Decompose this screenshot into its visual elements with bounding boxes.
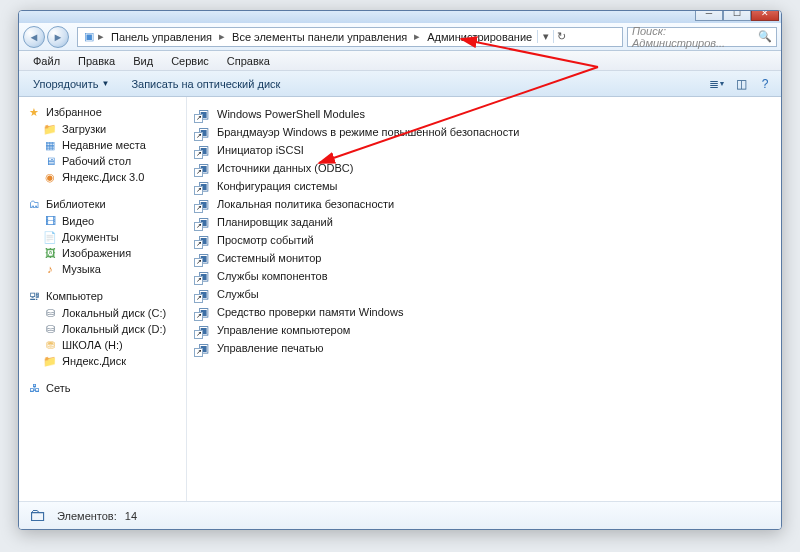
breadcrumb[interactable]: ▣ ▸ Панель управления ▸ Все элементы пан… (77, 27, 623, 47)
desktop-icon: 🖥 (43, 154, 57, 168)
computer-icon: ▣ (82, 30, 96, 44)
list-item[interactable]: ▣Планировщик заданий (193, 213, 775, 231)
list-item[interactable]: ▣Средство проверки памяти Windows (193, 303, 775, 321)
help-button[interactable]: ? (755, 75, 775, 93)
sidebar-network-header[interactable]: 🖧 Сеть (23, 379, 182, 397)
status-bar: 🗀 Элементов: 14 (19, 501, 781, 529)
maximize-button[interactable]: ☐ (723, 10, 751, 21)
sidebar-favorites-label: Избранное (46, 106, 102, 118)
shortcut-icon: ▣ (195, 178, 211, 194)
shortcut-icon: ▣ (195, 268, 211, 284)
sidebar-item-pictures[interactable]: 🖼Изображения (23, 245, 182, 261)
close-button[interactable]: ✕ (751, 10, 779, 21)
sidebar-item-disk-d[interactable]: ⛁Локальный диск (D:) (23, 321, 182, 337)
shortcut-icon: ▣ (195, 160, 211, 176)
list-item[interactable]: ▣Брандмауэр Windows в режиме повышенной … (193, 123, 775, 141)
search-icon: 🔍 (758, 30, 772, 43)
list-item-label: Планировщик заданий (217, 216, 333, 228)
document-icon: 📄 (43, 230, 57, 244)
shortcut-icon: ▣ (195, 304, 211, 320)
breadcrumb-seg-3[interactable]: Администрирование (422, 31, 537, 43)
list-item-label: Брандмауэр Windows в режиме повышенной б… (217, 126, 519, 138)
list-item-label: Просмотр событий (217, 234, 314, 246)
menu-service[interactable]: Сервис (163, 53, 217, 69)
folder-icon: 🗀 (27, 505, 49, 527)
minimize-button[interactable]: ─ (695, 10, 723, 21)
menu-view[interactable]: Вид (125, 53, 161, 69)
sidebar-libraries-label: Библиотеки (46, 198, 106, 210)
sidebar-libraries-header[interactable]: 🗂 Библиотеки (23, 195, 182, 213)
sidebar-item-label: Музыка (62, 263, 101, 275)
view-options-button[interactable]: ≣ ▼ (707, 75, 727, 93)
list-item[interactable]: ▣Инициатор iSCSI (193, 141, 775, 159)
list-item-label: Системный монитор (217, 252, 321, 264)
sidebar-item-recent[interactable]: ▦Недавние места (23, 137, 182, 153)
burn-button[interactable]: Записать на оптический диск (123, 75, 288, 93)
network-icon: 🖧 (27, 381, 41, 395)
sidebar-item-label: Видео (62, 215, 94, 227)
breadcrumb-seg-1[interactable]: Панель управления (106, 31, 217, 43)
list-item-label: Конфигурация системы (217, 180, 338, 192)
sidebar-item-label: Загрузки (62, 123, 106, 135)
sidebar-libraries: 🗂 Библиотеки 🎞Видео 📄Документы 🖼Изображе… (23, 195, 182, 277)
yandex-icon: ◉ (43, 170, 57, 184)
shortcut-icon: ▣ (195, 286, 211, 302)
refresh-button[interactable]: ↻ (553, 30, 569, 43)
menu-edit[interactable]: Правка (70, 53, 123, 69)
nav-forward-button[interactable]: ► (47, 26, 69, 48)
list-item[interactable]: ▣Источники данных (ODBC) (193, 159, 775, 177)
sidebar-item-yandex3[interactable]: ◉Яндекс.Диск 3.0 (23, 169, 182, 185)
shortcut-icon: ▣ (195, 322, 211, 338)
sidebar-item-music[interactable]: ♪Музыка (23, 261, 182, 277)
file-list: ▣Windows PowerShell Modules ▣Брандмауэр … (187, 97, 781, 501)
sidebar-item-videos[interactable]: 🎞Видео (23, 213, 182, 229)
nav-buttons: ◄ ► (23, 26, 69, 48)
address-bar: ◄ ► ▣ ▸ Панель управления ▸ Все элементы… (19, 23, 781, 51)
list-item[interactable]: ▣Службы компонентов (193, 267, 775, 285)
list-item[interactable]: ▣Управление компьютером (193, 321, 775, 339)
explorer-window: ─ ☐ ✕ ◄ ► ▣ ▸ Панель управления ▸ Все эл… (18, 10, 782, 530)
sidebar-item-yandex[interactable]: 📁Яндекс.Диск (23, 353, 182, 369)
sidebar-computer-header[interactable]: 🖳 Компьютер (23, 287, 182, 305)
sidebar-item-label: Рабочий стол (62, 155, 131, 167)
sidebar-item-disk-c[interactable]: ⛁Локальный диск (C:) (23, 305, 182, 321)
sidebar-item-label: Документы (62, 231, 119, 243)
breadcrumb-dropdown[interactable]: ▾ (537, 30, 553, 43)
list-item[interactable]: ▣Управление печатью (193, 339, 775, 357)
status-label: Элементов: (57, 510, 117, 522)
preview-pane-button[interactable]: ◫ (731, 75, 751, 93)
menu-bar: Файл Правка Вид Сервис Справка (19, 51, 781, 71)
sidebar-item-label: Яндекс.Диск 3.0 (62, 171, 144, 183)
list-item[interactable]: ▣Службы (193, 285, 775, 303)
menu-file[interactable]: Файл (25, 53, 68, 69)
sidebar-favorites-header[interactable]: ★ Избранное (23, 103, 182, 121)
sidebar-item-label: ШКОЛА (H:) (62, 339, 123, 351)
sidebar-item-school[interactable]: ⛃ШКОЛА (H:) (23, 337, 182, 353)
list-item[interactable]: ▣Windows PowerShell Modules (193, 105, 775, 123)
recent-icon: ▦ (43, 138, 57, 152)
search-input[interactable]: Поиск: Администриров... 🔍 (627, 27, 777, 47)
chevron-right-icon: ▸ (412, 30, 422, 43)
folder-icon: 📁 (43, 122, 57, 136)
sidebar-item-downloads[interactable]: 📁Загрузки (23, 121, 182, 137)
nav-back-button[interactable]: ◄ (23, 26, 45, 48)
chevron-right-icon: ▸ (96, 30, 106, 43)
drive-icon: ⛁ (43, 322, 57, 336)
shortcut-icon: ▣ (195, 232, 211, 248)
sidebar-item-label: Яндекс.Диск (62, 355, 126, 367)
navigation-pane: ★ Избранное 📁Загрузки ▦Недавние места 🖥Р… (19, 97, 187, 501)
list-item[interactable]: ▣Системный монитор (193, 249, 775, 267)
list-item[interactable]: ▣Конфигурация системы (193, 177, 775, 195)
menu-help[interactable]: Справка (219, 53, 278, 69)
sidebar-item-label: Недавние места (62, 139, 146, 151)
list-item[interactable]: ▣Просмотр событий (193, 231, 775, 249)
list-item[interactable]: ▣Локальная политика безопасности (193, 195, 775, 213)
sidebar-item-documents[interactable]: 📄Документы (23, 229, 182, 245)
shortcut-icon: ▣ (195, 142, 211, 158)
shortcut-icon: ▣ (195, 106, 211, 122)
computer-icon: 🖳 (27, 289, 41, 303)
organize-button[interactable]: Упорядочить ▼ (25, 75, 117, 93)
sidebar-item-desktop[interactable]: 🖥Рабочий стол (23, 153, 182, 169)
list-item-label: Службы компонентов (217, 270, 328, 282)
breadcrumb-seg-2[interactable]: Все элементы панели управления (227, 31, 412, 43)
